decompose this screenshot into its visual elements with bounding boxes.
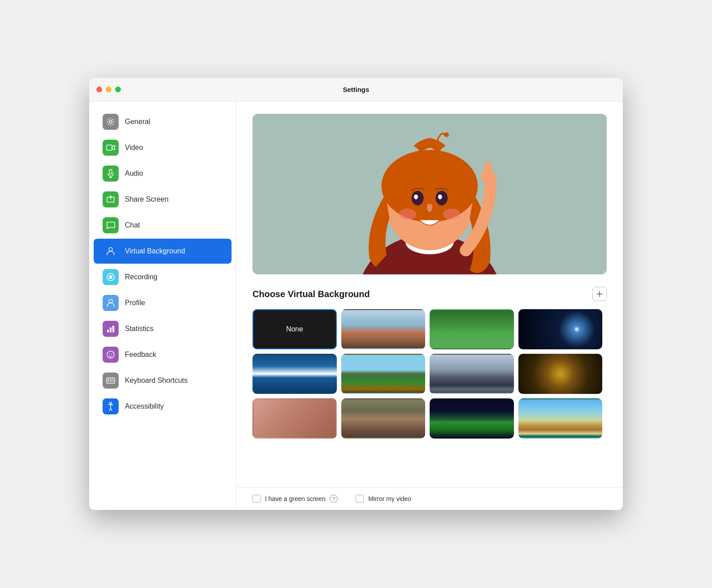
close-button[interactable] [96,87,102,92]
settings-window: Settings General [89,78,623,510]
backgrounds-grid-wrapper[interactable]: None [253,309,607,439]
background-aurora[interactable] [430,398,514,439]
sidebar-label-vbg: Virtual Background [125,247,185,255]
video-icon [103,140,119,156]
sidebar-label-recording: Recording [125,273,157,281]
general-icon [103,114,119,130]
keyboard-shortcuts-icon [103,373,119,389]
svg-rect-21 [110,381,112,381]
content-area: General Video [89,101,623,510]
section-header: Choose Virtual Background [253,287,607,301]
main-content: Choose Virtual Background None [236,101,623,487]
sidebar-item-accessibility[interactable]: Accessibility [94,394,232,419]
svg-point-14 [109,354,110,355]
svg-rect-10 [107,330,109,332]
background-golden-gate[interactable] [341,309,426,349]
sidebar-item-chat[interactable]: Chat [94,213,232,238]
profile-icon [103,295,119,311]
mirror-video-option[interactable]: Mirror my video [356,495,411,503]
svg-rect-1 [107,145,112,150]
background-beach[interactable] [518,398,603,439]
svg-point-32 [438,195,442,199]
statistics-icon [103,321,119,337]
mirror-video-checkbox[interactable] [356,495,364,503]
background-swirl[interactable] [518,354,603,394]
background-space[interactable] [518,309,603,349]
audio-icon [103,166,119,182]
background-room-pink[interactable] [253,398,337,439]
svg-rect-11 [110,327,112,332]
sidebar-label-chat: Chat [125,221,140,229]
feedback-icon [103,347,119,363]
footer-options: I have a green screen ? Mirror my video [236,487,623,510]
chat-icon [103,217,119,233]
svg-point-9 [109,299,112,303]
svg-rect-12 [112,326,114,332]
sidebar-item-profile[interactable]: Profile [94,290,232,315]
sidebar-label-keyboard: Keyboard Shortcuts [125,377,188,385]
share-screen-icon [103,191,119,207]
green-screen-help-icon[interactable]: ? [330,495,338,503]
sidebar-label-video: Video [125,144,143,152]
background-none[interactable]: None [253,309,337,349]
window-title: Settings [343,86,369,93]
svg-point-15 [112,354,112,355]
sidebar-item-audio[interactable]: Audio [94,161,232,186]
sidebar-label-accessibility: Accessibility [125,402,164,410]
svg-point-33 [399,208,417,219]
sidebar-item-virtual-background[interactable]: Virtual Background [94,239,232,264]
svg-point-38 [444,132,449,137]
sidebar: General Video [89,101,236,510]
svg-rect-17 [108,379,109,380]
sidebar-item-share-screen[interactable]: Share Screen [94,187,232,212]
traffic-lights [96,87,121,92]
background-ocean[interactable] [253,354,337,394]
sidebar-item-keyboard-shortcuts[interactable]: Keyboard Shortcuts [94,368,232,393]
sidebar-label-share: Share Screen [125,195,169,203]
svg-rect-2 [109,170,112,174]
green-screen-checkbox[interactable] [253,495,261,503]
svg-point-34 [443,208,461,219]
svg-point-8 [109,275,112,279]
sidebar-item-feedback[interactable]: Feedback [94,342,232,367]
virtual-background-preview [253,114,607,274]
svg-rect-20 [108,381,109,381]
sidebar-label-statistics: Statistics [125,325,153,333]
section-title: Choose Virtual Background [253,289,370,299]
sidebar-label-general: General [125,118,150,126]
avatar-svg [253,114,607,274]
virtual-background-icon [103,243,119,259]
svg-rect-18 [110,379,111,380]
backgrounds-grid: None [253,309,604,439]
svg-point-36 [488,173,496,179]
accessibility-icon [103,398,119,414]
background-grass[interactable] [430,309,514,349]
sidebar-item-statistics[interactable]: Statistics [94,316,232,341]
background-dock[interactable] [430,354,514,394]
minimize-button[interactable] [106,87,112,92]
svg-point-6 [109,248,112,251]
sidebar-label-feedback: Feedback [125,351,156,359]
sidebar-item-general[interactable]: General [94,109,232,134]
background-building[interactable] [341,354,426,394]
maximize-button[interactable] [115,87,121,92]
sidebar-label-audio: Audio [125,170,143,178]
sidebar-item-recording[interactable]: Recording [94,265,232,290]
mirror-video-label: Mirror my video [368,495,411,502]
green-screen-option[interactable]: I have a green screen ? [253,495,338,503]
svg-rect-22 [112,381,114,381]
svg-point-31 [414,195,418,199]
sidebar-label-profile: Profile [125,299,145,307]
svg-rect-19 [112,379,113,380]
background-bedroom[interactable] [341,398,426,439]
svg-point-23 [110,402,112,404]
recording-icon [103,269,119,285]
add-background-button[interactable] [592,287,607,301]
green-screen-label: I have a green screen [265,495,325,502]
svg-point-0 [109,120,112,123]
titlebar: Settings [89,78,623,101]
sidebar-item-video[interactable]: Video [94,135,232,160]
svg-point-37 [480,174,487,180]
